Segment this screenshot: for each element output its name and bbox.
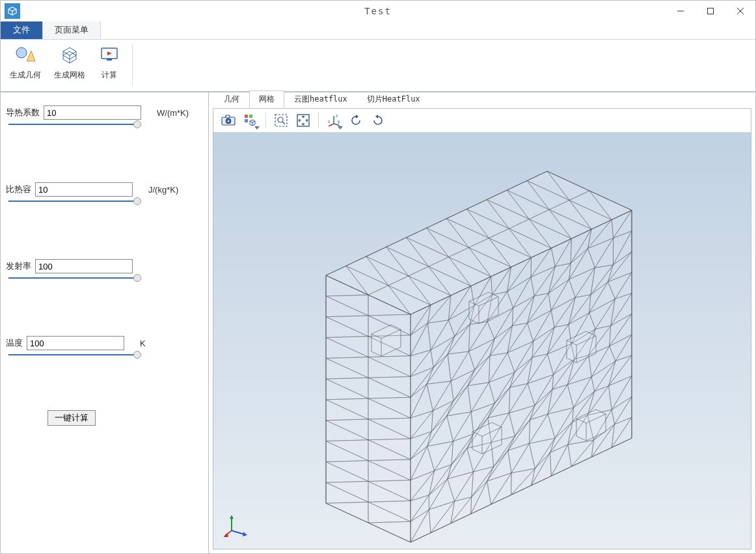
temperature-slider[interactable] — [8, 354, 139, 355]
axis-gizmo-icon — [224, 512, 250, 538]
param-label: 温度 — [6, 337, 23, 349]
ribbon-gen-mesh[interactable]: 生成网格 — [50, 44, 89, 81]
window-title: Test — [1, 6, 755, 16]
tab-file[interactable]: 文件 — [1, 20, 42, 39]
svg-point-17 — [278, 117, 283, 122]
geometry-icon — [14, 44, 36, 66]
viewport-frame: z y x — [213, 108, 751, 549]
close-button[interactable] — [725, 1, 755, 21]
viewport-canvas[interactable] — [213, 132, 751, 549]
viewport-area: 几何 网格 云图heatflux 切片HeatFlux — [209, 92, 755, 553]
svg-text:y: y — [338, 119, 340, 124]
thermal-conductivity-slider[interactable] — [8, 124, 139, 125]
emissivity-input[interactable] — [35, 259, 133, 273]
svg-rect-10 — [226, 115, 230, 118]
ribbon-compute[interactable]: 计算 — [94, 44, 124, 81]
temperature-input[interactable] — [27, 336, 124, 350]
ribbon-gen-geometry-label: 生成几何 — [10, 70, 41, 81]
svg-rect-16 — [275, 115, 287, 126]
svg-text:x: x — [328, 119, 331, 124]
emissivity-slider[interactable] — [8, 277, 139, 279]
svg-rect-13 — [245, 115, 248, 118]
param-thermal-conductivity: 导热系数 W/(m*K) — [6, 105, 200, 125]
svg-marker-55 — [230, 515, 234, 519]
viewport-toolbar: z y x — [213, 109, 751, 132]
svg-marker-57 — [243, 532, 247, 536]
ribbon-gen-geometry[interactable]: 生成几何 — [6, 44, 45, 81]
param-temperature: 温度 K — [6, 336, 200, 355]
svg-rect-15 — [245, 119, 248, 122]
zoom-box-icon[interactable] — [271, 111, 291, 130]
ribbon-gen-mesh-label: 生成网格 — [54, 70, 85, 81]
param-specific-heat: 比热容 J/(kg*K) — [6, 182, 200, 202]
param-label: 发射率 — [6, 260, 31, 272]
mesh-visualization — [213, 132, 751, 549]
svg-text:z: z — [336, 113, 338, 118]
svg-marker-5 — [27, 51, 35, 61]
tab-page-menu[interactable]: 页面菜单 — [42, 20, 101, 39]
view-tab-cloud-heatflux[interactable]: 云图heatflux — [284, 90, 357, 108]
maximize-button[interactable] — [695, 1, 725, 21]
svg-line-22 — [329, 124, 334, 126]
camera-icon[interactable] — [219, 111, 238, 130]
svg-marker-26 — [356, 115, 358, 118]
view-tab-slice-heatflux[interactable]: 切片HeatFlux — [357, 90, 430, 108]
ribbon: 生成几何 生成网格 计算 — [1, 40, 755, 92]
svg-rect-7 — [107, 59, 112, 61]
svg-rect-1 — [708, 8, 714, 14]
app-window: Test 文件 页面菜单 生成几何 — [0, 0, 756, 554]
svg-marker-27 — [375, 115, 378, 118]
svg-line-56 — [232, 531, 245, 534]
svg-point-4 — [16, 48, 27, 58]
ribbon-divider — [132, 44, 133, 87]
menu-tabs: 文件 页面菜单 — [1, 21, 755, 40]
param-label: 导热系数 — [6, 107, 40, 118]
axes-default-icon[interactable]: z y x — [324, 111, 344, 130]
app-icon — [5, 3, 20, 19]
svg-marker-59 — [224, 533, 228, 537]
view-tab-geometry[interactable]: 几何 — [214, 90, 249, 108]
mesh-icon — [59, 44, 81, 66]
minimize-button[interactable] — [666, 1, 695, 21]
thermal-conductivity-input[interactable] — [44, 105, 141, 120]
view-tabs: 几何 网格 云图heatflux 切片HeatFlux — [209, 92, 755, 108]
specific-heat-input[interactable] — [35, 182, 133, 197]
rotate-ccw-icon[interactable] — [346, 111, 366, 130]
view-tab-mesh[interactable]: 网格 — [249, 90, 284, 108]
window-controls — [666, 1, 755, 21]
param-unit: W/(m*K) — [157, 108, 189, 118]
svg-point-12 — [228, 120, 230, 122]
specific-heat-slider[interactable] — [8, 201, 139, 202]
rotate-cw-icon[interactable] — [368, 111, 388, 130]
sidebar: 导热系数 W/(m*K) 比热容 J/(kg*K) — [1, 92, 209, 553]
one-click-compute-button[interactable]: 一键计算 — [47, 410, 96, 426]
param-unit: J/(kg*K) — [148, 185, 178, 195]
svg-rect-14 — [249, 115, 252, 118]
svg-line-18 — [282, 122, 285, 124]
svg-line-21 — [334, 124, 340, 126]
main-area: 导热系数 W/(m*K) 比热容 J/(kg*K) — [1, 92, 755, 553]
cube-toggle-icon[interactable] — [241, 111, 260, 130]
zoom-extents-icon[interactable] — [293, 111, 313, 130]
titlebar: Test — [1, 1, 755, 21]
param-label: 比热容 — [6, 184, 31, 195]
param-unit: K — [140, 339, 146, 348]
ribbon-compute-label: 计算 — [101, 70, 117, 81]
param-emissivity: 发射率 — [6, 259, 200, 279]
compute-icon — [98, 44, 120, 66]
